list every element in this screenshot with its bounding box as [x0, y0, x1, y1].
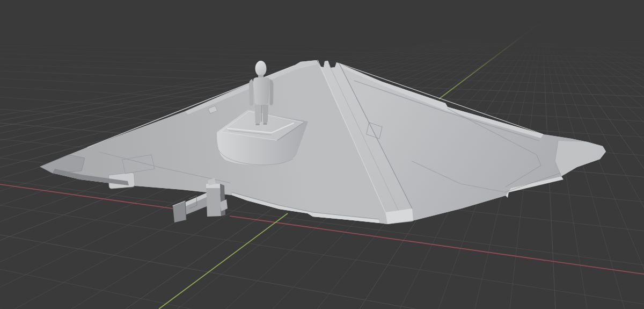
- figure-arm-right: [269, 79, 273, 105]
- figure-torso: [253, 77, 270, 105]
- figure-leg-left: [255, 105, 261, 124]
- figure-leg-right: [262, 105, 268, 124]
- turret-muzzle: [173, 201, 186, 222]
- figure-leg-gap: [261, 105, 262, 121]
- turret-body-top: [206, 184, 220, 188]
- wing-tip-facet: [555, 141, 606, 176]
- scene-canvas: [0, 0, 644, 309]
- figure-foot-left: [255, 124, 260, 125]
- figure-foot-right: [263, 123, 267, 125]
- figure-arm-left: [249, 79, 253, 106]
- 3d-viewport[interactable]: [0, 0, 644, 309]
- x-axis-segment: [230, 216, 644, 274]
- y-axis-segment: [159, 213, 288, 309]
- nose-facet: [40, 155, 85, 173]
- turret-body: [206, 184, 221, 217]
- grid-line-x: [0, 235, 644, 309]
